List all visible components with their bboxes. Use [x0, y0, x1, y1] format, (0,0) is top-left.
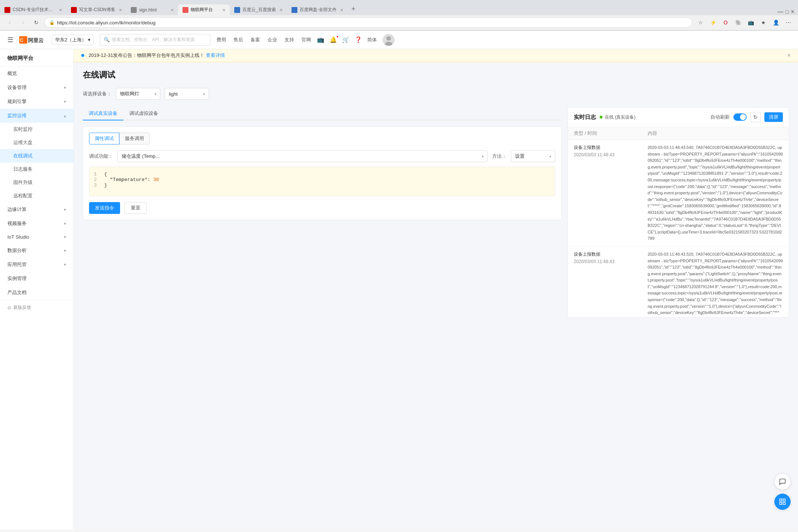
grid-float-button[interactable]	[774, 494, 791, 510]
sidebar-item-app-hosting[interactable]: 应用托管 ▾	[0, 258, 74, 272]
sidebar-subitem-debug[interactable]: 在线调试	[0, 149, 74, 163]
browser-tabs: CSDN-专业IT技术社区 × 写文章-CSDN博客 × sign.html ×…	[0, 0, 798, 15]
sidebar-item-monitor[interactable]: 监控运维 ▴	[0, 109, 74, 123]
log-title: 实时日志	[574, 114, 596, 121]
opera-icon[interactable]: O	[720, 17, 731, 28]
tab-close-5[interactable]: ×	[280, 7, 283, 13]
nav-zhichi[interactable]: 支持	[284, 37, 294, 43]
sidebar-item-rule-engine[interactable]: 规则引擎 ▾	[0, 95, 74, 109]
cast-icon[interactable]: 📺	[746, 17, 756, 28]
help-icon[interactable]: ❓	[355, 36, 362, 43]
line-number-2: 2	[94, 177, 100, 183]
reload-button[interactable]: ↻	[31, 17, 41, 28]
sidebar-item-device-mgmt[interactable]: 设备管理 ▾	[0, 81, 74, 95]
extensions-icon[interactable]: ⚡	[708, 17, 718, 28]
test-panel: 属性调试 服务调用 调试功能： 储仓温度 (Temp…	[83, 126, 562, 220]
nav-shouhou[interactable]: 售后	[233, 37, 243, 43]
tab-close-2[interactable]: ×	[119, 7, 122, 13]
line-number-1: 1	[94, 171, 100, 177]
reset-button[interactable]: 重置	[125, 202, 147, 214]
bell-icon[interactable]: 🔔●	[330, 36, 337, 43]
lang-switch[interactable]: 简体	[367, 37, 377, 43]
sidebar-item-instance[interactable]: 实例管理	[0, 272, 74, 286]
sidebar-feedback[interactable]: ⊙ 新版反馈	[0, 300, 74, 315]
browser-tab-2[interactable]: 写文章-CSDN博客 ×	[66, 4, 126, 15]
chevron-icon: ▾	[64, 221, 66, 226]
chevron-icon: ▾	[64, 262, 66, 267]
code-line-2: 2 "Temperature": 30	[94, 177, 550, 183]
evernote-icon[interactable]: 🐘	[733, 17, 743, 28]
method-select[interactable]: 设置 ▾	[511, 150, 555, 162]
nav-qiye[interactable]: 企业	[267, 37, 277, 43]
tab-close-4[interactable]: ×	[222, 7, 225, 13]
sidebar-subitem-log[interactable]: 日志服务	[0, 163, 74, 176]
sidebar-subitem-realtime[interactable]: 实时监控	[0, 123, 74, 136]
forward-button[interactable]: ›	[18, 17, 28, 28]
browser-tab-4[interactable]: 物联网平台 ×	[178, 4, 230, 15]
sub-tab-service[interactable]: 服务调用	[119, 133, 150, 144]
tab-close-6[interactable]: ×	[340, 7, 343, 13]
chat-float-button[interactable]	[774, 474, 791, 490]
chevron-icon: ▴	[64, 113, 66, 118]
device-selector-row: 请选择设备： 物联网灯 ▾ light ▾	[83, 88, 789, 100]
tab-close-3[interactable]: ×	[171, 7, 174, 13]
back-button[interactable]: ‹	[4, 17, 15, 28]
code-editor[interactable]: 1 { 2 "Temperature": 30 3 }	[89, 167, 555, 196]
new-tab-button[interactable]: +	[348, 3, 359, 15]
nav-feiyong[interactable]: 费用	[216, 37, 226, 43]
sidebar-item-data-analysis[interactable]: 数据分析 ▾	[0, 243, 74, 258]
maximize-button[interactable]: □	[785, 9, 788, 15]
address-bar[interactable]: 🔒 https://iot.console.aliyun.com/lk/moni…	[44, 17, 692, 28]
sidebar-item-video[interactable]: 视频服务 ▾	[0, 216, 74, 231]
sidebar-item-docs[interactable]: 产品文档	[0, 286, 74, 300]
announcement-bar: 2019-12-31发布公告：物联网平台包年包月实例上线！ 查看详情 ×	[74, 49, 798, 62]
user-avatar[interactable]	[383, 34, 395, 46]
send-command-button[interactable]: 发送指令	[89, 202, 120, 214]
account-icon[interactable]: 👤	[771, 17, 781, 28]
method-chevron-icon: ▾	[549, 154, 551, 158]
chevron-icon: ▾	[64, 248, 66, 253]
line-number-3: 3	[94, 183, 100, 188]
browser-tab-3[interactable]: sign.html ×	[126, 5, 178, 15]
tab-virtual-device[interactable]: 调试虚拟设备	[123, 107, 164, 120]
sidebar-subitem-dashboard[interactable]: 运维大盘	[0, 136, 74, 149]
sidebar-item-overview[interactable]: 概览	[0, 66, 74, 81]
device-name-select[interactable]: light ▾	[165, 88, 209, 100]
announcement-close-button[interactable]: ×	[787, 52, 791, 59]
toggle-knob	[740, 114, 746, 120]
browser-nav: ‹ › ↻ 🔒 https://iot.console.aliyun.com/l…	[0, 15, 798, 30]
browser-tab-1[interactable]: CSDN-专业IT技术社区 ×	[0, 4, 66, 15]
tv-icon[interactable]: 📺	[317, 36, 324, 43]
device-product-select[interactable]: 物联网灯 ▾	[116, 88, 160, 100]
header-search[interactable]: 🔍 搜索文档、控制台、API、解决方案和资源	[100, 34, 211, 46]
hamburger-menu[interactable]: ☰	[7, 36, 13, 44]
function-select[interactable]: 储仓温度 (Temp… ▾	[117, 150, 488, 162]
region-selector[interactable]: 华东2（上海） ▾	[52, 35, 94, 45]
auto-refresh-toggle[interactable]	[733, 113, 747, 121]
clear-log-button[interactable]: 清屏	[764, 112, 783, 122]
tab-close-1[interactable]: ×	[59, 7, 62, 13]
close-window-button[interactable]: ×	[791, 8, 794, 15]
browser-tab-5[interactable]: 百度云_百度搜索 ×	[230, 4, 287, 15]
star-icon[interactable]: ☆	[695, 17, 706, 28]
bookmark-icon[interactable]: ★	[758, 17, 768, 28]
menu-icon[interactable]: ⋯	[783, 17, 794, 28]
header-nav: 费用 售后 备案 企业 支持 官网	[216, 37, 311, 43]
browser-tab-6[interactable]: 百度网盘-全部文件 ×	[287, 4, 348, 15]
browser-nav-actions: ☆ ⚡ O 🐘 📺 ★ 👤 ⋯	[695, 17, 794, 28]
sidebar-subitem-firmware[interactable]: 固件升级	[0, 176, 74, 189]
cart-icon[interactable]: 🛒	[342, 36, 349, 43]
refresh-button[interactable]: ↻	[750, 112, 761, 122]
sidebar-item-iot-studio[interactable]: IoT Studio ▾	[0, 231, 74, 243]
nav-beian[interactable]: 备案	[250, 37, 260, 43]
minimize-button[interactable]: —	[777, 8, 783, 15]
log-panel: 实时日志 在线 (真实设备) 自动刷新	[567, 107, 789, 318]
search-placeholder: 搜索文档、控制台、API、解决方案和资源	[112, 37, 194, 43]
tab-real-device[interactable]: 调试真实设备	[83, 107, 123, 120]
announcement-link[interactable]: 查看详情	[206, 52, 225, 58]
sidebar-subitem-remote-config[interactable]: 远程配置	[0, 189, 74, 202]
nav-guanwang[interactable]: 官网	[301, 37, 311, 43]
sub-tab-property[interactable]: 属性调试	[89, 133, 119, 144]
sidebar-item-edge[interactable]: 边缘计算 ▾	[0, 202, 74, 216]
tab-title-4: 物联网平台	[191, 7, 219, 13]
